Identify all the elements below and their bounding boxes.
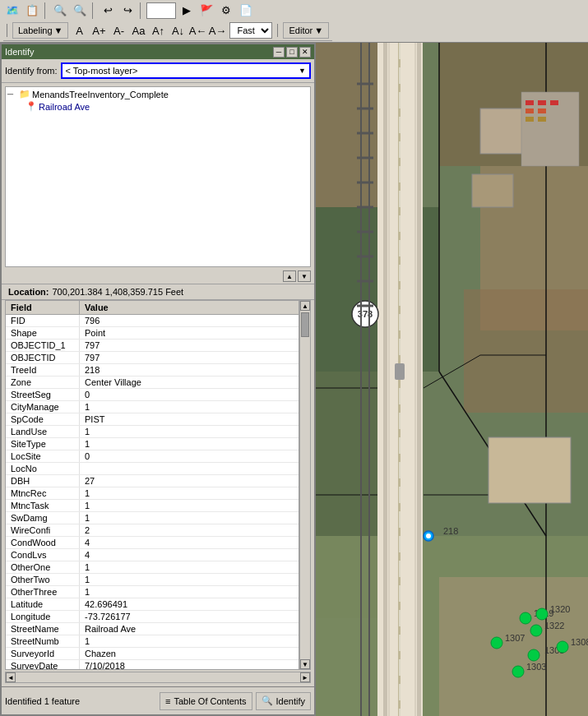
toolbar-btn-3[interactable]: 🔍 (51, 2, 69, 20)
fast-dropdown[interactable]: Fast (229, 22, 272, 39)
tree-area: ─ 📁 MenandsTreeInventory_Complete 📍 Rail… (5, 86, 311, 267)
table-row[interactable]: Longitude -73.726177 (6, 611, 299, 623)
scroll-thumb[interactable] (301, 312, 309, 337)
toolbar-btn-1[interactable]: 🗺️ (3, 2, 21, 20)
label-tool-2[interactable]: A+ (90, 21, 108, 39)
table-row[interactable]: WireConfi 2 (6, 524, 299, 537)
table-row[interactable]: LandUse 1 (6, 426, 299, 438)
table-row[interactable]: CondWood 4 (6, 537, 299, 549)
sep-1 (44, 2, 48, 19)
toc-button[interactable]: ≡ Table Of Contents (160, 692, 252, 710)
horizontal-scrollbar[interactable]: ◄ ► (5, 672, 311, 683)
titlebar-buttons: ─ □ ✕ (273, 47, 311, 58)
field-cell: StreetSeg (6, 389, 80, 400)
tree-root[interactable]: ─ 📁 MenandsTreeInventory_Complete (6, 87, 310, 101)
svg-rect-11 (388, 43, 390, 716)
table-row[interactable]: Latitude 42.696491 (6, 598, 299, 611)
map-gear-btn[interactable]: ⚙ (217, 2, 235, 20)
col-field-header[interactable]: Field (6, 301, 80, 314)
table-row[interactable]: MtncTask 1 (6, 500, 299, 512)
table-row[interactable]: SpCode PIST (6, 413, 299, 426)
table-row[interactable]: Shape Point (6, 327, 299, 340)
table-row[interactable]: TreeId 218 (6, 364, 299, 376)
toolbar-btn-5[interactable]: ↩ (99, 2, 117, 20)
svg-text:1320: 1320 (550, 604, 570, 614)
table-row[interactable]: StreetSeg 0 (6, 389, 299, 401)
field-cell: MtncRec (6, 487, 80, 499)
minimize-btn[interactable]: ─ (273, 47, 285, 58)
table-row[interactable]: Zone Center Village (6, 376, 299, 389)
label-tool-3[interactable]: A- (109, 21, 127, 39)
table-row[interactable]: LocNo (6, 463, 299, 475)
toolbar-btn-6[interactable]: ↪ (118, 2, 137, 20)
map-layer-btn[interactable]: 📄 (237, 2, 255, 20)
field-cell: CondLvs (6, 549, 80, 561)
table-row[interactable]: FID 796 (6, 315, 299, 327)
scroll-up-btn[interactable]: ▲ (283, 270, 296, 282)
table-row[interactable]: OtherThree 1 (6, 586, 299, 598)
svg-point-53 (512, 666, 524, 677)
editor-btn[interactable]: Editor ▼ (283, 22, 329, 39)
col-value-header[interactable]: Value (80, 301, 299, 314)
zoom-apply-btn[interactable]: ▶ (178, 2, 196, 20)
scroll-down-arrow[interactable]: ▼ (300, 659, 310, 669)
value-cell: Chazen (80, 648, 299, 659)
table-row[interactable]: SiteType 1 (6, 438, 299, 450)
table-row[interactable]: StreetName Railroad Ave (6, 623, 299, 635)
table-row[interactable]: StreetNumb 1 (6, 635, 299, 648)
table-row[interactable]: SurveyorId Chazen (6, 648, 299, 660)
label-tool-4[interactable]: Aa (129, 21, 147, 39)
table-row[interactable]: CondLvs 4 (6, 549, 299, 561)
tree-child-item[interactable]: 📍 Railroad Ave (6, 101, 310, 112)
table-row[interactable]: OtherOne 1 (6, 561, 299, 574)
table-row[interactable]: OBJECTID_1 797 (6, 340, 299, 352)
toolbar-btn-4[interactable]: 🔍 (71, 2, 89, 20)
sep-left (7, 24, 7, 37)
field-cell: SiteType (6, 438, 80, 450)
vertical-scrollbar[interactable]: ▲ ▼ (299, 300, 311, 670)
labeling-btn[interactable]: Labeling ▼ (12, 22, 68, 39)
table-row[interactable]: OtherTwo 1 (6, 574, 299, 586)
value-cell: 1 (80, 487, 299, 499)
value-cell: PIST (80, 413, 299, 425)
close-btn[interactable]: ✕ (299, 47, 311, 58)
scroll-left-arrow[interactable]: ◄ (6, 672, 16, 682)
svg-rect-15 (417, 43, 421, 716)
label-tool-5[interactable]: A↑ (149, 21, 167, 39)
value-cell: 1 (80, 426, 299, 437)
label-tool-8[interactable]: A→ (208, 21, 226, 39)
field-cell: WireConfi (6, 524, 80, 536)
tree-root-label: MenandsTreeInventory_Complete (32, 90, 169, 99)
svg-point-47 (491, 637, 502, 649)
value-cell: Center Village (80, 376, 299, 388)
svg-rect-4 (464, 289, 588, 413)
table-row[interactable]: CityManage 1 (6, 401, 299, 413)
label-tool-6[interactable]: A↓ (169, 21, 187, 39)
table-row[interactable]: LocSite 0 (6, 450, 299, 463)
value-cell: 1 (80, 438, 299, 450)
scroll-up-arrow[interactable]: ▲ (300, 301, 310, 311)
zoom-input[interactable]: 80 (146, 2, 176, 19)
field-cell: TreeId (6, 364, 80, 376)
toolbar-btn-2[interactable]: 📋 (23, 2, 41, 20)
table-row[interactable]: MtncRec 1 (6, 487, 299, 500)
table-row[interactable]: DBH 27 (6, 475, 299, 487)
sep-3 (140, 2, 143, 19)
table-row[interactable]: OBJECTID 797 (6, 352, 299, 364)
svg-rect-36 (538, 117, 546, 122)
field-cell: StreetName (6, 623, 80, 635)
map-flag-btn[interactable]: 🚩 (197, 2, 215, 20)
table-row[interactable]: SurveyDate 7/10/2018 (6, 660, 299, 670)
restore-btn[interactable]: □ (286, 47, 298, 58)
label-tool-7[interactable]: A← (188, 21, 206, 39)
value-cell: 218 (80, 364, 299, 376)
scroll-down-btn[interactable]: ▼ (298, 270, 311, 282)
field-cell: LandUse (6, 426, 80, 437)
identify-from-dropdown[interactable]: < Top-most layer> ▼ (61, 62, 311, 79)
identify-button[interactable]: 🔍 Identify (256, 692, 311, 710)
field-cell: Latitude (6, 598, 80, 610)
field-cell: SurveyorId (6, 648, 80, 659)
scroll-right-arrow[interactable]: ► (300, 672, 310, 682)
label-tool-1[interactable]: A (70, 21, 88, 39)
table-row[interactable]: SwDamg 1 (6, 512, 299, 524)
